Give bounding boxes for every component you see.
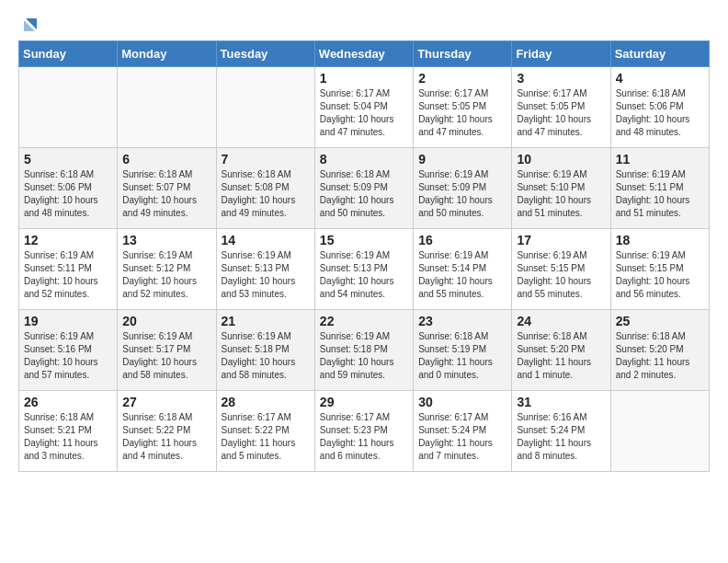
day-info: Sunrise: 6:17 AM Sunset: 5:22 PM Dayligh… (222, 411, 310, 463)
calendar-cell: 22Sunrise: 6:19 AM Sunset: 5:18 PM Dayli… (314, 310, 413, 391)
day-info: Sunrise: 6:17 AM Sunset: 5:04 PM Dayligh… (320, 87, 408, 139)
weekday-header-saturday: Saturday (610, 41, 709, 67)
day-info: Sunrise: 6:17 AM Sunset: 5:23 PM Dayligh… (320, 411, 408, 463)
day-number: 24 (517, 314, 605, 328)
day-number: 26 (24, 395, 112, 409)
calendar-cell: 25Sunrise: 6:18 AM Sunset: 5:20 PM Dayli… (610, 310, 709, 391)
calendar-cell: 19Sunrise: 6:19 AM Sunset: 5:16 PM Dayli… (19, 310, 118, 391)
day-number: 11 (616, 152, 704, 167)
header (18, 15, 710, 29)
calendar-cell: 16Sunrise: 6:19 AM Sunset: 5:14 PM Dayli… (414, 229, 512, 310)
calendar-week-row: 1Sunrise: 6:17 AM Sunset: 5:04 PM Daylig… (19, 67, 710, 148)
day-info: Sunrise: 6:18 AM Sunset: 5:20 PM Dayligh… (517, 330, 605, 382)
day-info: Sunrise: 6:18 AM Sunset: 5:06 PM Dayligh… (24, 168, 112, 220)
weekday-header-row: SundayMondayTuesdayWednesdayThursdayFrid… (19, 41, 710, 67)
day-info: Sunrise: 6:19 AM Sunset: 5:14 PM Dayligh… (418, 249, 506, 301)
weekday-header-friday: Friday (512, 41, 610, 67)
calendar-cell: 28Sunrise: 6:17 AM Sunset: 5:22 PM Dayli… (216, 391, 314, 472)
weekday-header-thursday: Thursday (414, 41, 512, 67)
day-info: Sunrise: 6:16 AM Sunset: 5:24 PM Dayligh… (517, 411, 605, 463)
calendar-table: SundayMondayTuesdayWednesdayThursdayFrid… (18, 40, 710, 472)
calendar-cell: 20Sunrise: 6:19 AM Sunset: 5:17 PM Dayli… (118, 310, 216, 391)
day-number: 7 (222, 152, 310, 167)
day-number: 15 (320, 233, 408, 247)
calendar-cell: 27Sunrise: 6:18 AM Sunset: 5:22 PM Dayli… (118, 391, 216, 472)
day-info: Sunrise: 6:17 AM Sunset: 5:05 PM Dayligh… (517, 87, 605, 139)
calendar-cell: 29Sunrise: 6:17 AM Sunset: 5:23 PM Dayli… (314, 391, 413, 472)
day-number: 20 (122, 314, 210, 328)
calendar-cell: 4Sunrise: 6:18 AM Sunset: 5:06 PM Daylig… (610, 67, 709, 148)
calendar-cell: 11Sunrise: 6:19 AM Sunset: 5:11 PM Dayli… (610, 148, 709, 229)
weekday-header-tuesday: Tuesday (216, 41, 314, 67)
calendar-cell: 1Sunrise: 6:17 AM Sunset: 5:04 PM Daylig… (314, 67, 413, 148)
day-info: Sunrise: 6:19 AM Sunset: 5:13 PM Dayligh… (222, 249, 310, 301)
calendar-cell: 15Sunrise: 6:19 AM Sunset: 5:13 PM Dayli… (314, 229, 413, 310)
day-info: Sunrise: 6:19 AM Sunset: 5:13 PM Dayligh… (320, 249, 408, 301)
logo-arrow-icon (20, 15, 40, 35)
calendar-week-row: 26Sunrise: 6:18 AM Sunset: 5:21 PM Dayli… (19, 391, 710, 472)
day-number: 30 (418, 395, 506, 409)
day-info: Sunrise: 6:19 AM Sunset: 5:18 PM Dayligh… (320, 330, 408, 382)
day-number: 19 (24, 314, 112, 328)
calendar-week-row: 19Sunrise: 6:19 AM Sunset: 5:16 PM Dayli… (19, 310, 710, 391)
day-info: Sunrise: 6:18 AM Sunset: 5:20 PM Dayligh… (616, 330, 704, 382)
day-info: Sunrise: 6:17 AM Sunset: 5:05 PM Dayligh… (418, 87, 506, 139)
calendar-cell: 3Sunrise: 6:17 AM Sunset: 5:05 PM Daylig… (512, 67, 610, 148)
calendar-week-row: 5Sunrise: 6:18 AM Sunset: 5:06 PM Daylig… (19, 148, 710, 229)
day-number: 16 (418, 233, 506, 247)
day-number: 9 (418, 152, 506, 167)
calendar-week-row: 12Sunrise: 6:19 AM Sunset: 5:11 PM Dayli… (19, 229, 710, 310)
day-info: Sunrise: 6:19 AM Sunset: 5:16 PM Dayligh… (24, 330, 112, 382)
day-number: 27 (122, 395, 210, 409)
day-info: Sunrise: 6:18 AM Sunset: 5:08 PM Dayligh… (222, 168, 310, 220)
calendar-cell: 13Sunrise: 6:19 AM Sunset: 5:12 PM Dayli… (118, 229, 216, 310)
day-number: 25 (616, 314, 704, 328)
day-number: 3 (517, 71, 605, 86)
logo (18, 15, 40, 29)
day-info: Sunrise: 6:18 AM Sunset: 5:06 PM Dayligh… (616, 87, 704, 139)
calendar-cell: 21Sunrise: 6:19 AM Sunset: 5:18 PM Dayli… (216, 310, 314, 391)
calendar-cell (610, 391, 709, 472)
calendar-cell (118, 67, 216, 148)
day-number: 13 (122, 233, 210, 247)
day-info: Sunrise: 6:18 AM Sunset: 5:09 PM Dayligh… (320, 168, 408, 220)
day-number: 4 (616, 71, 704, 86)
calendar-cell: 31Sunrise: 6:16 AM Sunset: 5:24 PM Dayli… (512, 391, 610, 472)
day-info: Sunrise: 6:19 AM Sunset: 5:17 PM Dayligh… (122, 330, 210, 382)
day-number: 5 (24, 152, 112, 167)
weekday-header-wednesday: Wednesday (314, 41, 413, 67)
day-number: 21 (222, 314, 310, 328)
day-info: Sunrise: 6:19 AM Sunset: 5:09 PM Dayligh… (418, 168, 506, 220)
calendar-cell: 23Sunrise: 6:18 AM Sunset: 5:19 PM Dayli… (414, 310, 512, 391)
day-number: 23 (418, 314, 506, 328)
calendar-cell: 8Sunrise: 6:18 AM Sunset: 5:09 PM Daylig… (314, 148, 413, 229)
calendar-cell: 2Sunrise: 6:17 AM Sunset: 5:05 PM Daylig… (414, 67, 512, 148)
calendar-cell: 14Sunrise: 6:19 AM Sunset: 5:13 PM Dayli… (216, 229, 314, 310)
day-info: Sunrise: 6:17 AM Sunset: 5:24 PM Dayligh… (418, 411, 506, 463)
day-info: Sunrise: 6:19 AM Sunset: 5:11 PM Dayligh… (616, 168, 704, 220)
calendar-cell: 24Sunrise: 6:18 AM Sunset: 5:20 PM Dayli… (512, 310, 610, 391)
day-number: 31 (517, 395, 605, 409)
calendar-cell: 6Sunrise: 6:18 AM Sunset: 5:07 PM Daylig… (118, 148, 216, 229)
day-info: Sunrise: 6:18 AM Sunset: 5:19 PM Dayligh… (418, 330, 506, 382)
day-info: Sunrise: 6:18 AM Sunset: 5:21 PM Dayligh… (24, 411, 112, 463)
day-number: 8 (320, 152, 408, 167)
calendar-cell: 26Sunrise: 6:18 AM Sunset: 5:21 PM Dayli… (19, 391, 118, 472)
calendar-cell: 7Sunrise: 6:18 AM Sunset: 5:08 PM Daylig… (216, 148, 314, 229)
weekday-header-sunday: Sunday (19, 41, 118, 67)
day-number: 22 (320, 314, 408, 328)
day-info: Sunrise: 6:18 AM Sunset: 5:22 PM Dayligh… (122, 411, 210, 463)
day-number: 28 (222, 395, 310, 409)
day-number: 2 (418, 71, 506, 86)
day-number: 17 (517, 233, 605, 247)
day-info: Sunrise: 6:19 AM Sunset: 5:10 PM Dayligh… (517, 168, 605, 220)
day-info: Sunrise: 6:19 AM Sunset: 5:12 PM Dayligh… (122, 249, 210, 301)
calendar-cell: 18Sunrise: 6:19 AM Sunset: 5:15 PM Dayli… (610, 229, 709, 310)
calendar-cell (216, 67, 314, 148)
day-number: 29 (320, 395, 408, 409)
day-number: 6 (122, 152, 210, 167)
calendar-cell: 9Sunrise: 6:19 AM Sunset: 5:09 PM Daylig… (414, 148, 512, 229)
weekday-header-monday: Monday (118, 41, 216, 67)
page: SundayMondayTuesdayWednesdayThursdayFrid… (0, 0, 728, 487)
calendar-cell: 12Sunrise: 6:19 AM Sunset: 5:11 PM Dayli… (19, 229, 118, 310)
